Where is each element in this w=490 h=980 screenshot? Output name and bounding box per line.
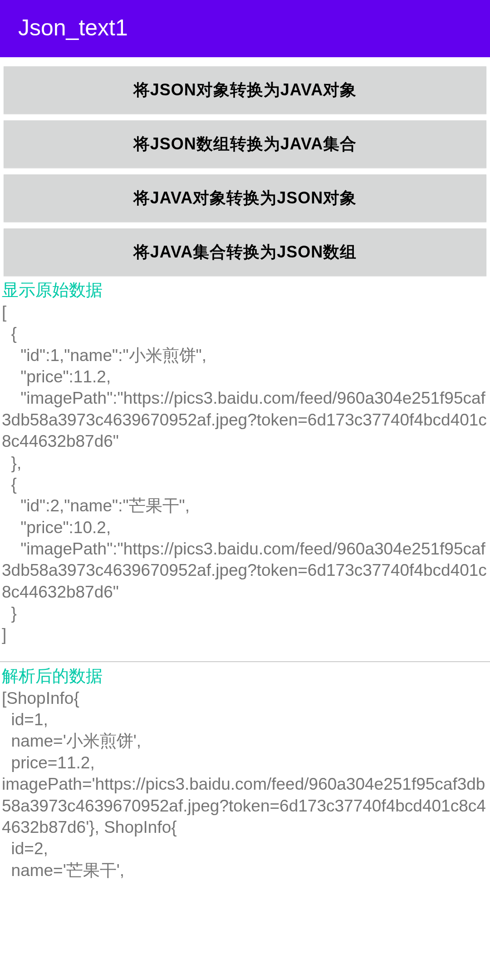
- raw-data-content: [ { "id":1,"name":"小米煎饼", "price":11.2, …: [0, 302, 490, 646]
- button-container: 将JSON对象转换为JAVA对象 将JSON数组转换为JAVA集合 将JAVA对…: [0, 57, 490, 276]
- parsed-data-content: [ShopInfo{ id=1, name='小米煎饼', price=11.2…: [0, 688, 490, 881]
- parsed-data-label: 解析后的数据: [0, 665, 490, 688]
- app-bar: Json_text1: [0, 0, 490, 57]
- raw-data-label: 显示原始数据: [0, 279, 490, 302]
- app-title: Json_text1: [18, 15, 128, 40]
- divider: [0, 661, 490, 662]
- java-coll-to-json-arr-button[interactable]: 将JAVA集合转换为JSON数组: [4, 228, 486, 276]
- json-arr-to-java-coll-button[interactable]: 将JSON数组转换为JAVA集合: [4, 120, 486, 168]
- java-obj-to-json-obj-button[interactable]: 将JAVA对象转换为JSON对象: [4, 174, 486, 222]
- json-obj-to-java-obj-button[interactable]: 将JSON对象转换为JAVA对象: [4, 66, 486, 114]
